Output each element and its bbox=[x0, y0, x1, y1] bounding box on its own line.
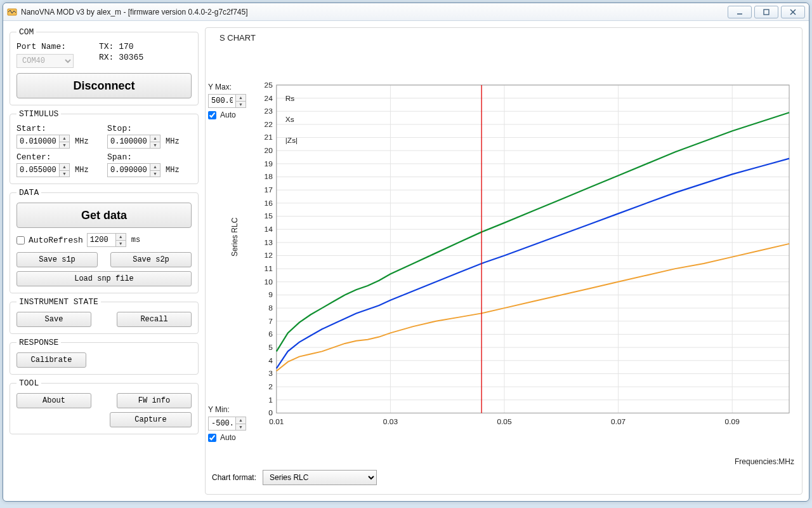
span-unit: MHz bbox=[166, 166, 180, 175]
chart-format-select[interactable]: Series RLC bbox=[263, 470, 377, 485]
span-stepper[interactable]: ▲▼ bbox=[150, 163, 160, 177]
svg-text:14: 14 bbox=[265, 225, 273, 234]
span-input[interactable] bbox=[107, 163, 150, 177]
autorefresh-stepper[interactable]: ▲▼ bbox=[116, 233, 126, 247]
save-s1p-button[interactable]: Save s1p bbox=[16, 252, 98, 267]
get-data-button[interactable]: Get data bbox=[16, 203, 192, 228]
svg-text:8: 8 bbox=[268, 304, 273, 312]
capture-button[interactable]: Capture bbox=[110, 412, 192, 427]
calibrate-button[interactable]: Calibrate bbox=[16, 352, 86, 368]
svg-text:12: 12 bbox=[265, 251, 273, 260]
rx-value: 30365 bbox=[119, 53, 143, 62]
disconnect-button[interactable]: Disconnect bbox=[16, 73, 192, 98]
center-stepper[interactable]: ▲▼ bbox=[60, 163, 70, 177]
app-window: NanoVNA MOD v3 by alex_m - [firmware ver… bbox=[3, 3, 809, 502]
ymin-stepper[interactable]: ▲▼ bbox=[236, 417, 246, 431]
svg-text:21: 21 bbox=[265, 133, 273, 142]
start-input[interactable] bbox=[16, 135, 60, 149]
start-unit: MHz bbox=[75, 137, 89, 146]
save-s2p-button[interactable]: Save s2p bbox=[110, 252, 192, 267]
window-controls bbox=[725, 6, 805, 18]
stop-input[interactable] bbox=[107, 135, 150, 149]
autorefresh-label: AutoRefresh bbox=[29, 236, 83, 245]
instrument-state-legend: INSTRUMENT STATE bbox=[16, 297, 101, 307]
port-name-label: Port Name: bbox=[16, 42, 74, 51]
maximize-button[interactable] bbox=[754, 6, 778, 18]
svg-rect-2 bbox=[764, 10, 769, 15]
stimulus-group: STIMULUS Start: ▲▼ MHz Stop: ▲▼ MHz bbox=[10, 109, 199, 184]
svg-text:23: 23 bbox=[265, 107, 273, 116]
svg-text:|Zs|: |Zs| bbox=[285, 136, 298, 145]
svg-text:10: 10 bbox=[265, 277, 273, 286]
com-legend: COM bbox=[16, 27, 36, 37]
ymin-input[interactable] bbox=[208, 417, 236, 431]
y-axis-label: Series RLC bbox=[230, 218, 239, 257]
span-label: Span: bbox=[107, 152, 192, 162]
ymax-input[interactable] bbox=[208, 94, 236, 108]
client-area: COM Port Name: COM40 TX: 170 RX: 30365 D… bbox=[3, 21, 809, 501]
center-unit: MHz bbox=[75, 166, 89, 175]
ymax-stepper[interactable]: ▲▼ bbox=[236, 94, 246, 108]
tx-label: TX: bbox=[99, 42, 114, 51]
svg-text:11: 11 bbox=[265, 264, 273, 273]
autorefresh-input[interactable] bbox=[87, 233, 116, 247]
instr-save-button[interactable]: Save bbox=[16, 312, 91, 327]
svg-text:22: 22 bbox=[265, 120, 273, 129]
about-button[interactable]: About bbox=[16, 393, 91, 408]
svg-text:18: 18 bbox=[265, 173, 273, 182]
ymax-auto-label: Auto bbox=[220, 110, 236, 119]
close-button[interactable] bbox=[781, 6, 805, 18]
svg-text:25: 25 bbox=[265, 81, 273, 90]
stimulus-legend: STIMULUS bbox=[16, 109, 61, 119]
instr-recall-button[interactable]: Recall bbox=[117, 312, 192, 327]
svg-text:0.05: 0.05 bbox=[497, 417, 512, 426]
ymax-label: Y Max: bbox=[208, 83, 250, 91]
ymin-auto-label: Auto bbox=[220, 433, 236, 442]
svg-text:2: 2 bbox=[268, 382, 273, 391]
com-group: COM Port Name: COM40 TX: 170 RX: 30365 D… bbox=[10, 27, 199, 105]
autorefresh-checkbox[interactable] bbox=[16, 236, 25, 244]
svg-text:5: 5 bbox=[268, 343, 273, 352]
svg-text:0: 0 bbox=[268, 408, 273, 417]
response-group: RESPONSE Calibrate bbox=[10, 338, 199, 375]
window-title: NanoVNA MOD v3 by alex_m - [firmware ver… bbox=[21, 8, 725, 17]
ymin-label: Y Min: bbox=[208, 405, 250, 414]
minimize-button[interactable] bbox=[728, 6, 752, 18]
svg-text:4: 4 bbox=[268, 356, 273, 365]
svg-text:13: 13 bbox=[265, 238, 273, 247]
data-legend: DATA bbox=[16, 188, 41, 197]
svg-text:1: 1 bbox=[268, 396, 273, 404]
chart-format-label: Chart format: bbox=[212, 473, 256, 482]
stop-label: Stop: bbox=[107, 124, 192, 133]
fw-info-button[interactable]: FW info bbox=[117, 393, 192, 408]
svg-text:0.07: 0.07 bbox=[611, 417, 625, 426]
ymin-controls: Y Min: ▲▼ Auto bbox=[208, 405, 250, 442]
chart-pane: S CHART Y Max: ▲▼ Auto Y Min: ▲▼ Auto Se… bbox=[205, 27, 802, 495]
response-legend: RESPONSE bbox=[16, 338, 61, 347]
load-snp-button[interactable]: Load snp file bbox=[16, 271, 192, 286]
svg-text:20: 20 bbox=[265, 146, 273, 155]
instrument-state-group: INSTRUMENT STATE Save Recall bbox=[10, 297, 199, 334]
start-stepper[interactable]: ▲▼ bbox=[60, 135, 70, 149]
tx-value: 170 bbox=[119, 42, 133, 51]
chart-title: S CHART bbox=[219, 33, 256, 43]
svg-text:19: 19 bbox=[265, 159, 273, 168]
svg-text:3: 3 bbox=[268, 369, 273, 378]
port-select[interactable]: COM40 bbox=[16, 54, 74, 68]
x-axis-unit-label: Frequencies:MHz bbox=[735, 457, 794, 466]
center-label: Center: bbox=[16, 152, 101, 162]
stop-stepper[interactable]: ▲▼ bbox=[150, 135, 160, 149]
chart-footer: Chart format: Series RLC bbox=[212, 470, 796, 485]
svg-text:0.03: 0.03 bbox=[383, 417, 398, 426]
ymax-auto-checkbox[interactable] bbox=[208, 111, 216, 119]
svg-text:0.09: 0.09 bbox=[725, 417, 740, 426]
rx-label: RX: bbox=[99, 53, 114, 62]
ymax-controls: Y Max: ▲▼ Auto bbox=[208, 83, 250, 119]
svg-text:Xs: Xs bbox=[285, 115, 294, 124]
svg-text:9: 9 bbox=[268, 290, 273, 299]
autorefresh-unit: ms bbox=[131, 236, 140, 244]
center-input[interactable] bbox=[16, 163, 60, 177]
svg-text:6: 6 bbox=[268, 330, 273, 338]
ymin-auto-checkbox[interactable] bbox=[208, 434, 216, 442]
stop-unit: MHz bbox=[166, 137, 180, 146]
